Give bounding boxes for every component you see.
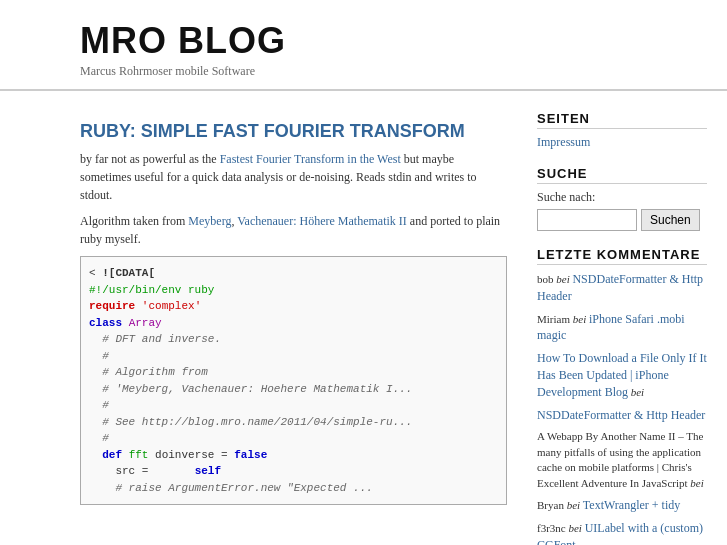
body2-link2[interactable]: Vachenauer: Höhere Mathematik II <box>237 214 407 228</box>
comment-author-5: A Webapp By Another Name II – The many p… <box>537 430 703 488</box>
code-line-10: # <box>89 397 498 414</box>
code-line-15: # raise ArgumentError.new "Expected ... <box>89 480 498 497</box>
comment-author-6: Bryan <box>537 499 564 511</box>
kommentare-heading: LETZTE KOMMENTARE <box>537 247 707 265</box>
search-input[interactable] <box>537 209 637 231</box>
comment-prep-2: bei <box>573 313 589 325</box>
body2-prefix: Algorithm taken from <box>80 214 188 228</box>
impressum-link[interactable]: Impressum <box>537 135 590 149</box>
comment-prep-1: bei <box>556 273 572 285</box>
body1-prefix: by far not as powerful as the <box>80 152 220 166</box>
suche-heading: SUCHE <box>537 166 707 184</box>
comment-prep-7: bei <box>568 522 584 534</box>
comment-entry-7: f3r3nc bei UILabel with a (custom) CGFon… <box>537 520 707 545</box>
site-tagline: Marcus Rohrmoser mobile Software <box>80 64 707 79</box>
code-line-2: #!/usr/bin/env ruby <box>89 282 498 299</box>
code-line-12: # <box>89 430 498 447</box>
comment-link-6[interactable]: TextWrangler + tidy <box>583 498 680 512</box>
post-body-2: Algorithm taken from Meyberg, Vachenauer… <box>80 212 507 248</box>
code-line-3: require 'complex' <box>89 298 498 315</box>
comment-author-2: Miriam <box>537 313 570 325</box>
site-title: MRO BLOG <box>80 20 707 62</box>
comment-entry-5: A Webapp By Another Name II – The many p… <box>537 429 707 491</box>
body2-link1[interactable]: Meyberg <box>188 214 231 228</box>
sidebar-seiten: SEITEN Impressum <box>537 111 707 150</box>
comment-author-1: bob <box>537 273 554 285</box>
comment-link-3[interactable]: How To Download a File Only If It Has Be… <box>537 351 707 399</box>
comment-prep-6: bei <box>567 499 583 511</box>
sidebar-suche: SUCHE Suche nach: Suchen <box>537 166 707 231</box>
search-row: Suchen <box>537 209 707 231</box>
sidebar-kommentare: LETZTE KOMMENTARE bob bei NSDDateFormatt… <box>537 247 707 545</box>
comment-author-7: f3r3nc <box>537 522 566 534</box>
search-button[interactable]: Suchen <box>641 209 700 231</box>
comment-link-4[interactable]: NSDDateFormatter & Http Header <box>537 408 705 422</box>
code-line-14: src = self <box>89 463 498 480</box>
comment-entry-1: bob bei NSDDateFormatter & Http Header <box>537 271 707 305</box>
post-body-1: by far not as powerful as the Fastest Fo… <box>80 150 507 204</box>
comment-entry-4: NSDDateFormatter & Http Header <box>537 407 707 424</box>
code-line-6: # DFT and inverse. <box>89 331 498 348</box>
code-line-1: < ![CDATA[ <box>89 265 498 282</box>
body1-link[interactable]: Fastest Fourier Transform in the West <box>220 152 401 166</box>
code-line-13: def fft doinverse = false <box>89 447 498 464</box>
code-block: < ![CDATA[ #!/usr/bin/env ruby require '… <box>80 256 507 505</box>
comment-entry-3: How To Download a File Only If It Has Be… <box>537 350 707 400</box>
comment-entry-6: Bryan bei TextWrangler + tidy <box>537 497 707 514</box>
comment-entry-2: Miriam bei iPhone Safari .mobi magic <box>537 311 707 345</box>
seiten-heading: SEITEN <box>537 111 707 129</box>
code-line-7: # <box>89 348 498 365</box>
comment-prep-3: bei <box>631 386 644 398</box>
sidebar: SEITEN Impressum SUCHE Suche nach: Suche… <box>527 101 727 545</box>
code-line-5: class Array <box>89 315 498 332</box>
code-line-8: # Algorithm from <box>89 364 498 381</box>
suche-label: Suche nach: <box>537 190 707 205</box>
site-header: MRO BLOG Marcus Rohrmoser mobile Softwar… <box>0 0 727 91</box>
code-line-11: # See http://blog.mro.name/2011/04/simpl… <box>89 414 498 431</box>
main-content: RUBY: SIMPLE FAST FOURIER TRANSFORM by f… <box>0 101 527 545</box>
post-title: RUBY: SIMPLE FAST FOURIER TRANSFORM <box>80 121 507 142</box>
comment-prep-5: bei <box>690 477 703 489</box>
code-line-9: # 'Meyberg, Vachenauer: Hoehere Mathemat… <box>89 381 498 398</box>
